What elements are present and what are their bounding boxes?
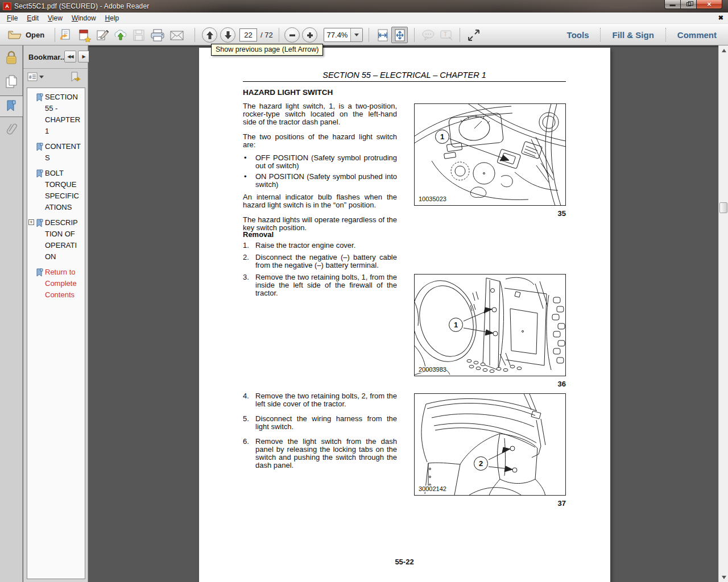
figure-number: 36 — [558, 380, 566, 388]
figure-36: 1 20003983 36 — [414, 274, 566, 376]
bullet-item: ON POSITION (Safety symbol pushed into s… — [243, 173, 397, 189]
bookmark-section-55-chapter-1[interactable]: SECTION 55 - CHAPTER 1 — [27, 90, 85, 139]
chevron-down-icon — [354, 34, 359, 36]
cloud-upload-icon — [114, 28, 127, 42]
bookmark-icon — [35, 142, 45, 152]
tab-tools[interactable]: Tools — [556, 30, 601, 40]
create-pdf-icon — [77, 28, 91, 42]
svg-text:T: T — [444, 31, 447, 38]
paragraph: The two positions of the hazard light sw… — [243, 133, 397, 149]
attachments-panel-button[interactable] — [0, 120, 23, 138]
open-button[interactable]: Open — [5, 27, 48, 43]
bullet-list: OFF POSITION (Safety symbol protruding o… — [243, 154, 397, 189]
save-button[interactable] — [132, 27, 146, 43]
window-title: Sect55C1.pdf (SECURED) - Adobe Reader — [14, 2, 150, 10]
bookmarks-list: SECTION 55 - CHAPTER 1 CONTENTS BOLT TOR… — [27, 88, 85, 579]
bookmarks-panel-button[interactable] — [0, 95, 23, 117]
scrollbar-thumb[interactable] — [719, 202, 727, 213]
step-item: Remove the two retaining bolts, 2, from … — [243, 392, 397, 408]
fit-page-button[interactable] — [391, 27, 408, 43]
bookmark-label: BOLT TORQUE SPECIFICATIONS — [45, 168, 81, 213]
title-bar: A Sect55C1.pdf (SECURED) - Adobe Reader … — [0, 0, 728, 13]
figure-number: 35 — [558, 209, 566, 218]
tab-fill-and-sign[interactable]: Fill & Sign — [601, 30, 665, 40]
tab-comment[interactable]: Comment — [666, 30, 728, 40]
arrow-up-icon — [205, 31, 214, 40]
minus-icon — [288, 31, 296, 39]
pdf-page: SECTION 55 – ELECTRICAL – CHAPTER 1 HAZA… — [199, 48, 610, 582]
callout-2: 2 — [474, 456, 488, 471]
open-folder-icon — [8, 30, 22, 40]
page-thumbnails-button[interactable] — [0, 74, 23, 90]
scroll-up-button[interactable] — [719, 45, 728, 55]
previous-page-button[interactable] — [202, 27, 217, 43]
next-page-button[interactable] — [220, 27, 235, 43]
collapse-panel-button[interactable]: ◀◀ — [64, 51, 76, 63]
menubar-close-icon[interactable]: ✖ — [718, 14, 723, 22]
sign-document-button[interactable] — [96, 27, 109, 43]
page-number-footer: 55-22 — [243, 558, 566, 566]
security-panel-button[interactable] — [0, 50, 23, 65]
text-annotation-button[interactable]: T — [438, 27, 454, 43]
vertical-scrollbar[interactable] — [718, 45, 728, 582]
expand-bookmark-button[interactable]: + — [28, 219, 34, 225]
bookmark-bolt-torque-specifications[interactable]: BOLT TORQUE SPECIFICATIONS — [27, 166, 85, 215]
send-file-button[interactable] — [114, 27, 127, 43]
callout-1: 1 — [435, 130, 449, 144]
paragraph: The hazard lights will operate regardles… — [243, 216, 397, 232]
toolbar-right-tabs: Tools Fill & Sign Comment — [556, 24, 728, 45]
step-item: Remove the light switch from the dash pa… — [243, 438, 397, 469]
bookmark-label: CONTENTS — [45, 141, 81, 164]
menu-file[interactable]: File — [2, 13, 22, 23]
zoom-in-button[interactable] — [302, 27, 317, 43]
minimize-button[interactable]: ▬ — [664, 0, 681, 9]
close-button[interactable]: ✕ — [697, 0, 722, 9]
save-floppy-icon — [132, 28, 146, 42]
export-pdf-icon — [59, 28, 73, 42]
menu-edit[interactable]: Edit — [22, 13, 43, 23]
toolbar: Open — [0, 24, 728, 45]
page-number-input[interactable]: 22 — [239, 28, 257, 41]
bookmark-options-button[interactable]: 8 — [27, 72, 44, 81]
email-button[interactable] — [169, 27, 184, 43]
export-pdf-button[interactable] — [59, 27, 73, 43]
menu-window[interactable]: Window — [67, 13, 101, 23]
callout-1: 1 — [449, 318, 463, 332]
printer-icon — [150, 28, 165, 42]
bookmarks-panel-title: Bookmar... — [28, 53, 66, 61]
section-heading: HAZARD LIGHT SWITCH — [243, 88, 333, 97]
bookmark-icon — [35, 169, 45, 179]
menu-view[interactable]: View — [43, 13, 67, 23]
fit-page-icon — [394, 28, 406, 42]
create-pdf-button[interactable] — [77, 27, 91, 43]
text-column: The hazard light switch, 1, is a two-pos… — [243, 102, 397, 239]
bookmark-description-of-operation[interactable]: + DESCRIPTION OF OPERATION — [27, 215, 85, 265]
zoom-dropdown-caret[interactable] — [350, 28, 362, 41]
menu-help[interactable]: Help — [101, 13, 124, 23]
paperclip-icon — [5, 120, 18, 138]
scroll-down-button[interactable] — [719, 572, 728, 582]
zoom-level-value: 77.4% — [324, 31, 350, 39]
expand-panel-button[interactable]: ▶ — [78, 51, 90, 63]
fit-width-button[interactable] — [374, 27, 391, 43]
bullet-item: OFF POSITION (Safety symbol protruding o… — [243, 154, 397, 170]
fullscreen-button[interactable] — [465, 27, 482, 43]
new-bookmark-button[interactable] — [70, 71, 82, 85]
zoom-out-button[interactable] — [284, 27, 300, 43]
triangle-down-icon — [722, 576, 726, 579]
step-item: Disconnect the wiring harness from the l… — [243, 415, 397, 431]
bookmark-return-to-complete-contents[interactable]: Return to Complete Contents — [27, 265, 85, 303]
bookmark-contents[interactable]: CONTENTS — [27, 139, 85, 166]
restore-button[interactable] — [681, 0, 697, 9]
step-item: Remove the two retaining bolts, 1, from … — [243, 273, 397, 297]
photo-id: 30002142 — [419, 485, 446, 492]
main-area: Bookmar... ◀◀ ▶ 8 — [0, 45, 728, 582]
sticky-note-button[interactable] — [420, 27, 436, 43]
page-total-label: / 72 — [260, 31, 273, 39]
step-item: Raise the tractor engine cover. — [243, 242, 397, 250]
text-callout-icon: T — [439, 28, 454, 42]
bookmark-label: Return to Complete Contents — [45, 267, 81, 301]
print-button[interactable] — [150, 27, 165, 43]
figure-number: 37 — [558, 499, 566, 508]
zoom-level-dropdown[interactable]: 77.4% — [324, 28, 363, 42]
